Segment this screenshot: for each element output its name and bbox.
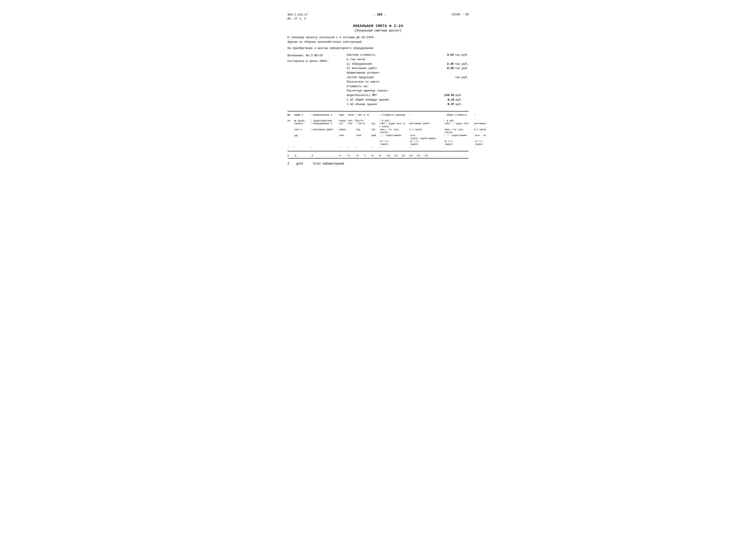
table-header: №№ :Шифр и : Наименование и :Еди- :Коли-… bbox=[287, 114, 469, 149]
chistaya-label: чистая продукция bbox=[347, 75, 440, 80]
smetnaya-unit: тыс.руб. bbox=[455, 53, 469, 57]
description-line1: К типовому проекту котельной с 4 котлами… bbox=[287, 35, 469, 40]
col6-h1: : Вес в тн : bbox=[356, 114, 371, 120]
m3-unit: руб. bbox=[456, 102, 469, 107]
colnum-13: :I3 bbox=[409, 154, 416, 157]
smetnaya-row: Сметная стоимость 3,03 тыс.руб. bbox=[347, 53, 469, 57]
colnum-5: :5 bbox=[347, 154, 356, 157]
col6-h7 bbox=[356, 143, 371, 146]
col9-h1: : bbox=[410, 114, 444, 120]
col8-h8: : bbox=[379, 146, 410, 149]
stoimost-label: Стоимость на: bbox=[347, 84, 469, 89]
col4-h6 bbox=[338, 140, 347, 143]
colnum-2: :2 bbox=[294, 154, 310, 157]
entry-num-1: I bbox=[287, 162, 292, 165]
colnum-12: :I2 bbox=[401, 154, 409, 157]
header-right: 22189 - 20 bbox=[452, 13, 469, 16]
col4-h1: :Еди- bbox=[338, 114, 347, 120]
col5-h6 bbox=[347, 140, 356, 143]
col7-h4: :об- bbox=[371, 128, 379, 134]
col7-h7 bbox=[371, 143, 379, 146]
col3-h8: : bbox=[310, 146, 338, 149]
m2-row: 1 м2 общей площади здания 0,42 руб. bbox=[347, 98, 469, 102]
col3-h1: : Наименование и bbox=[310, 114, 338, 120]
col11-h3: монтажных работ bbox=[474, 122, 486, 128]
table-header-row1: №№ :Шифр и : Наименование и :Еди- :Коли-… bbox=[287, 114, 469, 120]
a-unit: тыс.руб. bbox=[455, 62, 469, 67]
sub-title: (Локальный сметный расчет) bbox=[287, 29, 469, 32]
raschetnuyu-row: Расчетную единицу (произ- bbox=[347, 89, 469, 93]
col3-h2: : характеристика bbox=[310, 120, 338, 123]
col5-h4 bbox=[347, 128, 356, 134]
col11-h5: :осн. :экспл.:зарпл:машин bbox=[474, 134, 486, 140]
m3-label: 1 м3 объема здания bbox=[347, 102, 440, 107]
col4-h7 bbox=[338, 143, 347, 146]
colnum-14: :I4 bbox=[416, 154, 423, 157]
entry-code-1: допI bbox=[296, 162, 309, 165]
doc-number-line1: 903-I-142.17 bbox=[287, 13, 308, 17]
m2-unit: руб. bbox=[456, 98, 469, 102]
chistaya-row: чистая продукция тыс.руб. bbox=[347, 75, 469, 80]
col1-h4 bbox=[287, 128, 294, 134]
colnum-3: :3 bbox=[310, 154, 338, 157]
header-block: 903-I-142.17 Ал. 17 ч. 2 - 256 - 22189 -… bbox=[287, 13, 469, 21]
col6-h2: брутто bbox=[356, 120, 371, 123]
col9-h3: монтажных работ bbox=[410, 122, 444, 128]
col7-h6 bbox=[371, 140, 379, 143]
table-header-row7: :зарпл: :зарпл: :зарпл. :зарпл. bbox=[287, 143, 469, 146]
col11-h8: : bbox=[474, 146, 486, 149]
col8-h6: :в т.ч: bbox=[379, 140, 410, 143]
col1-h8: : bbox=[287, 146, 294, 149]
col4-h8: : bbox=[338, 146, 347, 149]
col7-h3: :ед. bbox=[371, 122, 379, 128]
col7-h5: :щий bbox=[371, 134, 379, 140]
title-section: ЛОКАЛЬНАЯ СМЕТА № I-24 (Локальный сметны… bbox=[287, 24, 469, 32]
col8-h4: :ван.: го :осн. :экспл. bbox=[379, 128, 410, 134]
table-header-row4: :цен и : монтажных работ :мере: :ед. :об… bbox=[287, 128, 469, 134]
col9-h2 bbox=[410, 120, 444, 123]
col11-h6: :в т.ч. bbox=[474, 140, 486, 143]
col5-h3: :тво bbox=[347, 122, 356, 128]
a-value: 2,45 bbox=[441, 62, 454, 67]
col9-h5: :осн. :экспл.:зарпл:машин: bbox=[410, 134, 444, 140]
col11-h7: :зарпл. bbox=[474, 143, 486, 146]
entry-name-1: Стол лабораторный bbox=[313, 162, 344, 165]
normativnaya-label: Нормативная условно- bbox=[347, 71, 469, 75]
col6-h3: : нетто bbox=[356, 122, 371, 128]
col1-h2: пп bbox=[287, 120, 294, 123]
col10-h7: :зарпл. bbox=[444, 143, 474, 146]
col4-h5: :ния bbox=[338, 134, 347, 140]
col6-h6 bbox=[356, 140, 371, 143]
header-center: - 256 - bbox=[373, 13, 386, 16]
col7-h1 bbox=[371, 114, 379, 120]
col9-h7: :зарпл: bbox=[410, 143, 444, 146]
b-label: б) монтажных работ bbox=[347, 66, 440, 71]
col2-h5: :др. bbox=[294, 134, 310, 140]
table-header-row2: пп :№ позиц. : характеристика :ница: :че… bbox=[287, 120, 469, 123]
osnование-label: Основание: Ал.3 ВП-СО bbox=[287, 53, 330, 58]
colnum-15: :I5 bbox=[423, 154, 431, 157]
smetnaya-label: Сметная стоимость bbox=[347, 53, 440, 57]
col5-h2: :чес-: bbox=[347, 120, 356, 123]
table-header-row5: :др. :ния :изм. :щий : : :зарпл:машин: :… bbox=[287, 134, 469, 140]
col10-h5: : :: :зарпл:машин bbox=[444, 134, 474, 140]
m2-label: 1 м2 общей площади здания bbox=[347, 98, 440, 102]
pokazateli-row: Показатели по смете: bbox=[347, 80, 469, 84]
col3-h3: : оборудования и bbox=[310, 122, 338, 128]
b-unit: тыс.руб. bbox=[455, 66, 469, 71]
colnum-8: :8 bbox=[371, 154, 378, 157]
col8-h3: :обо-: рудо+ все-:в т.числе bbox=[379, 122, 410, 128]
description-line2: Здание из сборных железобетонных констру… bbox=[287, 40, 469, 44]
a-row: а) оборудования 2,45 тыс.руб. bbox=[347, 62, 469, 67]
stoimost-row: Стоимость на: bbox=[347, 84, 469, 89]
col10-h3: :обо- : :рудо-:все- bbox=[444, 122, 474, 128]
mid-divider bbox=[287, 151, 469, 152]
description-block: К типовому проекту котельной с 4 котлами… bbox=[287, 35, 469, 44]
col3-h5 bbox=[310, 134, 338, 140]
voditelnost-label: водительность) МВт bbox=[347, 93, 440, 98]
voditelnost-unit: руб. bbox=[456, 93, 469, 98]
voditelnost-row: водительность) МВт 116,63 руб. bbox=[347, 93, 469, 98]
header-left: 903-I-142.17 Ал. 17 ч. 2 bbox=[287, 13, 308, 21]
col4-h2: :ница: bbox=[338, 120, 347, 123]
info-section: Основание: Ал.3 ВП-СО Составлена в ценах… bbox=[287, 53, 469, 107]
